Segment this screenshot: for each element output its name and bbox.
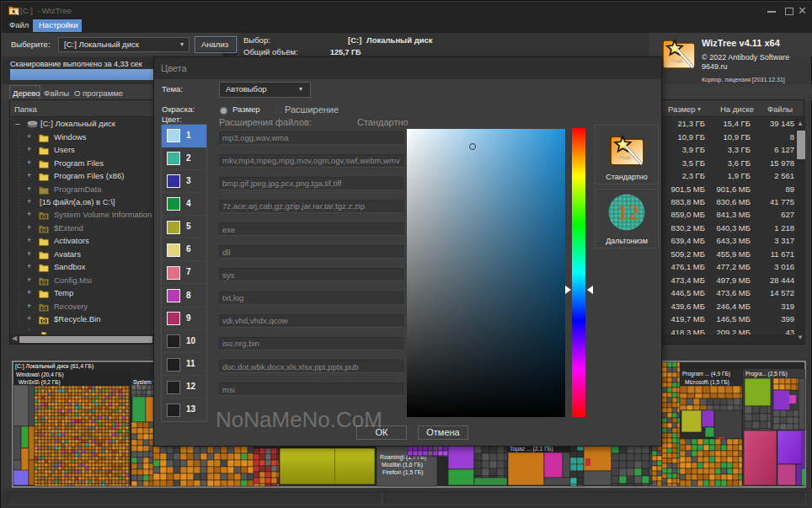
svg-text:[C:] Локальный диск (61,4 ГБ): [C:] Локальный диск (61,4 ГБ): [15, 363, 93, 370]
svg-text:WinSxS\ (9,2 ГБ): WinSxS\ (9,2 ГБ): [19, 379, 61, 386]
svg-text:Microsoft\ (1,5 ГБ): Microsoft\ (1,5 ГБ): [685, 379, 729, 386]
svg-text:Windows\ (20,4 ГБ): Windows\ (20,4 ГБ): [16, 372, 64, 378]
svg-text:Topaz ... (2,1 ГБ): Topaz ... (2,1 ГБ): [510, 446, 553, 452]
svg-text:Firefox\ (1,5 ГБ): Firefox\ (1,5 ГБ): [382, 469, 424, 476]
svg-text:Mozilla\ (1,6 ГБ): Mozilla\ (1,6 ГБ): [382, 462, 423, 468]
svg-text:Program ... (4,9 ГБ): Program ... (4,9 ГБ): [682, 371, 730, 377]
svg-text:Progra... (2,5 ГБ): Progra... (2,5 ГБ): [745, 371, 788, 377]
svg-text:12: 12: [617, 201, 639, 225]
